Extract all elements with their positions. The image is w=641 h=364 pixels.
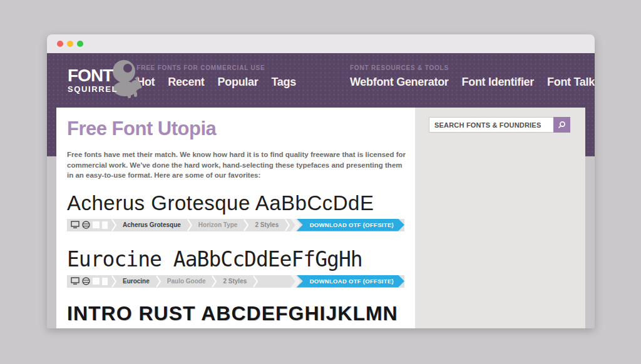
font-meta-bar: Eurocine Paulo Goode 2 Styles DOWNLOAD O…: [67, 275, 404, 288]
download-otf-button[interactable]: DOWNLOAD OTF (OFFSITE): [297, 219, 404, 231]
ebook-license-icon: [102, 221, 108, 229]
font-sample-eurocine[interactable]: Eurocine AaBbCcDdEeFfGgHh: [67, 247, 404, 271]
nav-group-tools: FONT RESOURCES & TOOLS Webfont Generator…: [350, 61, 595, 101]
styles-count: 2 Styles: [249, 221, 285, 228]
app-license-icon: [93, 278, 100, 285]
webfont-license-icon: [82, 277, 90, 285]
chevron-separator-icon: [187, 219, 192, 231]
chevron-separator-icon: [244, 219, 249, 231]
desktop-license-icon: [71, 277, 79, 285]
traffic-light-zoom[interactable]: [77, 41, 83, 47]
nav-label-free-fonts: FREE FONTS FOR COMMERCIAL USE: [136, 64, 296, 71]
search-button[interactable]: [553, 117, 570, 133]
ebook-license-icon: [102, 278, 108, 285]
logo-line1: FONT: [68, 67, 119, 84]
logo-line2: SQUIRREL: [68, 85, 119, 93]
logo-text: FONT SQUIRREL: [68, 67, 119, 93]
page-title: Free Font Utopia: [67, 118, 404, 140]
intro-paragraph: Free fonts have met their match. We know…: [67, 149, 406, 181]
fontsquirrel-logo[interactable]: FONT SQUIRREL: [68, 61, 119, 101]
font-card-acherus: Acherus Grotesque AaBbCcDdE Acherus Grot…: [67, 191, 404, 231]
font-sample-acherus[interactable]: Acherus Grotesque AaBbCcDdE: [67, 191, 404, 215]
browser-titlebar: [47, 34, 595, 53]
font-card-intro-rust: INTRO RUST ABCDEFGHIJKLMN DOWNLOAD OTF (…: [67, 302, 404, 329]
license-icons: [71, 277, 108, 285]
foundry-link[interactable]: Horizon Type: [192, 221, 244, 228]
chevron-separator-icon: [156, 275, 161, 288]
nav-item-recent[interactable]: Recent: [168, 76, 204, 89]
foundry-link[interactable]: Paulo Goode: [161, 278, 212, 285]
desktop-license-icon: [71, 221, 79, 229]
chevron-separator-icon: [285, 219, 290, 231]
app-license-icon: [93, 221, 100, 228]
nav-item-popular[interactable]: Popular: [218, 76, 259, 89]
font-name-link[interactable]: Acherus Grotesque: [116, 221, 187, 228]
font-name-link[interactable]: Eurocine: [116, 278, 156, 285]
font-sample-intro-rust[interactable]: INTRO RUST ABCDEFGHIJKLMN: [67, 302, 404, 325]
search-icon: [558, 121, 566, 129]
traffic-light-close[interactable]: [57, 41, 63, 47]
nav-item-font-talk[interactable]: Font Talk: [547, 76, 595, 89]
webfont-license-icon: [82, 221, 90, 229]
search-input[interactable]: [429, 117, 553, 133]
chevron-separator-icon: [111, 219, 116, 231]
content-area: Free Font Utopia Free fonts have met the…: [56, 108, 585, 328]
styles-count: 2 Styles: [217, 278, 253, 285]
license-icons: [71, 221, 108, 229]
nav-group-fonts: FREE FONTS FOR COMMERCIAL USE Hot Recent…: [136, 61, 296, 101]
search-box: [429, 117, 570, 133]
nav-item-font-identifier[interactable]: Font Identifier: [462, 76, 535, 89]
traffic-light-minimize[interactable]: [67, 41, 73, 47]
sidebar: [415, 108, 585, 328]
font-card-eurocine: Eurocine AaBbCcDdEeFfGgHh Eurocine Paulo…: [67, 247, 404, 288]
nav-item-tags[interactable]: Tags: [271, 76, 295, 89]
download-otf-button[interactable]: DOWNLOAD OTF (OFFSITE): [297, 275, 404, 288]
browser-window: FONT SQUIRREL FREE FONTS FOR COMMERCIAL …: [47, 34, 595, 328]
chevron-separator-icon: [111, 275, 116, 288]
font-meta-bar: Acherus Grotesque Horizon Type 2 Styles …: [67, 219, 404, 231]
nav-item-webfont-generator[interactable]: Webfont Generator: [350, 76, 449, 89]
main-panel: Free Font Utopia Free fonts have met the…: [56, 108, 415, 328]
chevron-separator-icon: [253, 275, 258, 288]
nav-label-resources: FONT RESOURCES & TOOLS: [350, 64, 595, 71]
chevron-separator-icon: [212, 275, 217, 288]
